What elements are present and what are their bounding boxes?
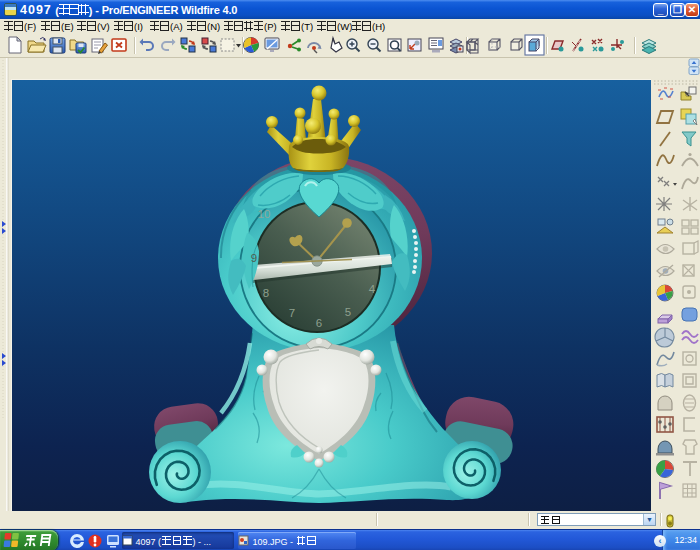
svg-text:6: 6: [316, 317, 322, 329]
svg-text:10: 10: [258, 208, 271, 220]
svg-text:5: 5: [345, 306, 351, 318]
svg-text:4: 4: [369, 283, 376, 295]
svg-text:9: 9: [251, 252, 257, 264]
svg-text:7: 7: [289, 307, 295, 319]
svg-text:8: 8: [263, 287, 269, 299]
